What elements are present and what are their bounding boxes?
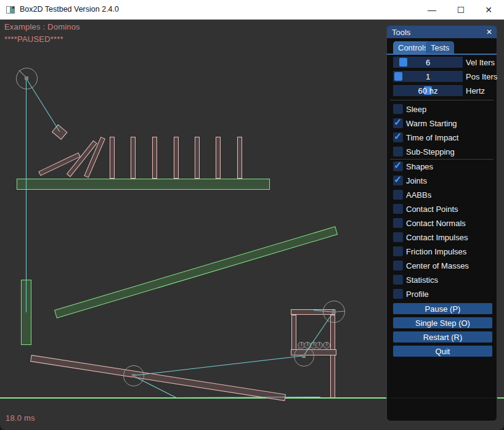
- checkbox-label-profile: Profile: [406, 290, 429, 299]
- checkbox-row-contact-normals[interactable]: Contact Normals: [393, 218, 498, 229]
- checkbox-label-contact-normals: Contact Normals: [406, 219, 466, 228]
- maximize-button[interactable]: ☐: [447, 0, 474, 20]
- domino: [110, 137, 115, 179]
- joint-line: [26, 78, 60, 132]
- domino: [237, 137, 242, 179]
- checkbox-row-shapes[interactable]: ✓Shapes: [393, 161, 498, 172]
- checkbox-label-joints: Joints: [406, 176, 427, 185]
- window-titlebar: Box2D Testbed Version 2.4.0 — ☐ ✕: [0, 0, 504, 20]
- ball-radius-line: [314, 342, 314, 346]
- checkbox-label-sleep: Sleep: [406, 105, 426, 114]
- tools-tabbar: Controls Tests: [387, 41, 497, 55]
- domino: [174, 137, 179, 179]
- slider-label-vel-iters: Vel Iters: [466, 58, 495, 67]
- tools-panel: Tools ✕ Controls Tests 6Vel Iters1Pos It…: [386, 25, 497, 421]
- slider-hertz: 60 hzHertz: [393, 85, 498, 96]
- checkbox-label-contact-points: Contact Points: [406, 205, 458, 214]
- button-pause-p[interactable]: Pause (P): [393, 303, 492, 314]
- ball-radius-line: [307, 342, 308, 346]
- frame-beam: [330, 315, 335, 398]
- checkbox-label-warm-starting: Warm Starting: [406, 119, 457, 128]
- checkbox-joints[interactable]: ✓: [393, 176, 403, 185]
- slider-value-hertz: 60 hz: [393, 86, 463, 95]
- checkbox-row-profile[interactable]: Profile: [393, 289, 498, 299]
- checkbox-row-center-of-masses[interactable]: Center of Masses: [393, 261, 498, 271]
- checkbox-row-sub-stepping[interactable]: Sub-Stepping: [393, 147, 498, 157]
- app-window: Examples : Dominos****PAUSED****18.0 ms …: [0, 0, 504, 430]
- checkmark-icon: ✓: [394, 116, 402, 128]
- checkbox-aabbs[interactable]: [393, 190, 403, 200]
- dynamic-body: [52, 124, 68, 140]
- checkbox-label-shapes: Shapes: [406, 162, 433, 171]
- ball-radius-line: [301, 342, 302, 346]
- static-green-box: [17, 179, 270, 190]
- checkmark-icon: ✓: [394, 160, 402, 171]
- checkbox-label-aabbs: AABBs: [406, 190, 431, 200]
- checkbox-row-contact-impulses[interactable]: Contact Impulses: [393, 232, 498, 243]
- checkbox-label-contact-impulses: Contact Impulses: [406, 233, 468, 242]
- static-green-plank: [54, 226, 338, 318]
- canvas-label-paused: ****PAUSED****: [4, 34, 63, 44]
- button-quit[interactable]: Quit: [393, 346, 492, 357]
- close-button[interactable]: ✕: [475, 0, 502, 20]
- canvas-label-18-0-ms: 18.0 ms: [6, 413, 35, 423]
- checkbox-row-statistics[interactable]: Statistics: [393, 275, 498, 285]
- checkbox-friction-impulses[interactable]: [393, 246, 403, 256]
- ball-radius-line: [319, 342, 320, 346]
- button-restart-r[interactable]: Restart (R): [393, 331, 492, 343]
- tools-panel-title: Tools: [392, 28, 410, 37]
- checkbox-time-of-impact[interactable]: ✓: [393, 132, 403, 142]
- minimize-button[interactable]: —: [418, 0, 445, 20]
- tools-panel-titlebar[interactable]: Tools ✕: [387, 26, 497, 38]
- separator: [390, 159, 494, 160]
- checkbox-row-aabbs[interactable]: AABBs: [393, 190, 498, 200]
- body-marker: [302, 354, 306, 358]
- slider-label-hertz: Hertz: [466, 86, 485, 95]
- joint-line: [26, 78, 26, 312]
- checkbox-label-center-of-masses: Center of Masses: [406, 261, 469, 270]
- checkbox-sub-stepping[interactable]: [393, 147, 403, 156]
- checkbox-row-joints[interactable]: ✓Joints: [393, 176, 498, 186]
- body-marker: [332, 310, 336, 314]
- checkbox-label-sub-stepping: Sub-Stepping: [406, 147, 455, 156]
- button-single-step-o[interactable]: Single Step (O): [393, 317, 492, 328]
- slider-vel-iters: 6Vel Iters: [393, 57, 498, 68]
- body-marker: [25, 76, 28, 80]
- slider-pos-iters: 1Pos Iters: [393, 71, 498, 82]
- checkbox-row-sleep[interactable]: Sleep: [393, 104, 498, 115]
- slider-value-vel-iters: 6: [393, 58, 463, 67]
- checkbox-label-friction-impulses: Friction Impulses: [406, 247, 466, 256]
- checkbox-contact-impulses[interactable]: [393, 232, 403, 242]
- domino: [216, 137, 221, 179]
- checkbox-shapes[interactable]: ✓: [393, 161, 403, 171]
- slider-value-pos-iters: 1: [393, 72, 463, 81]
- checkbox-row-friction-impulses[interactable]: Friction Impulses: [393, 246, 498, 257]
- tools-close-icon[interactable]: ✕: [484, 27, 494, 37]
- tab-tests[interactable]: Tests: [426, 41, 454, 54]
- window-title: Box2D Testbed Version 2.4.0: [20, 5, 119, 14]
- checkbox-contact-normals[interactable]: [393, 218, 403, 228]
- slider-label-pos-iters: Pos Iters: [466, 72, 497, 81]
- checkbox-row-contact-points[interactable]: Contact Points: [393, 204, 498, 214]
- app-icon: [6, 6, 15, 14]
- checkbox-row-warm-starting[interactable]: ✓Warm Starting: [393, 118, 498, 129]
- checkbox-statistics[interactable]: [393, 275, 403, 285]
- separator: [390, 100, 494, 100]
- checkmark-icon: ✓: [394, 131, 402, 142]
- checkbox-sleep[interactable]: [393, 104, 403, 114]
- canvas-label-examples-dominos: Examples : Dominos: [4, 22, 80, 31]
- domino: [195, 137, 200, 179]
- checkbox-row-time-of-impact[interactable]: ✓Time of Impact: [393, 132, 498, 143]
- checkbox-label-time-of-impact: Time of Impact: [406, 133, 458, 142]
- checkbox-label-statistics: Statistics: [406, 275, 438, 285]
- domino: [131, 137, 136, 179]
- checkbox-profile[interactable]: [393, 289, 403, 299]
- checkbox-center-of-masses[interactable]: [393, 261, 403, 270]
- frame-beam: [291, 315, 296, 351]
- domino: [152, 137, 157, 179]
- checkbox-warm-starting[interactable]: ✓: [393, 118, 403, 128]
- joint-line: [134, 355, 304, 376]
- body-marker: [132, 374, 136, 378]
- checkmark-icon: ✓: [394, 174, 402, 185]
- checkbox-contact-points[interactable]: [393, 204, 403, 214]
